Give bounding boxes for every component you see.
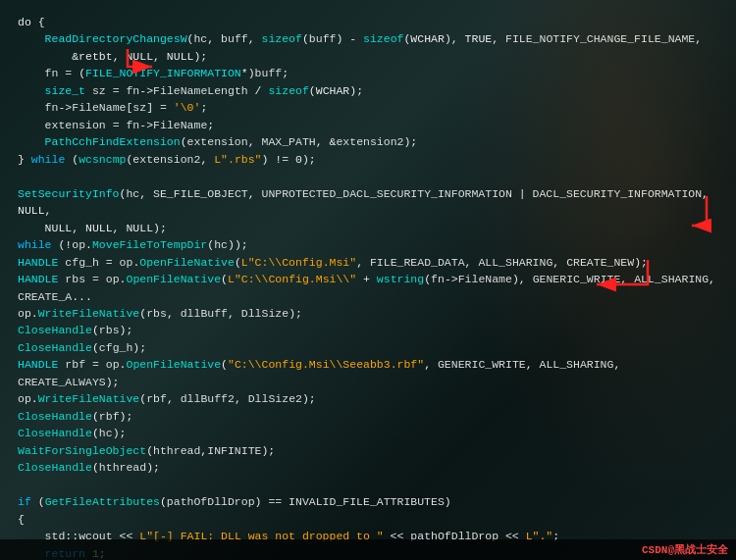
bottom-bar: CSDN@黑战士安全 — [0, 539, 736, 560]
code-block: do { ReadDirectoryChangesW(hc, buff, siz… — [10, 8, 726, 560]
watermark-text: CSDN@黑战士安全 — [642, 542, 728, 557]
code-area: do { ReadDirectoryChangesW(hc, buff, siz… — [0, 0, 736, 560]
main-container: do { ReadDirectoryChangesW(hc, buff, siz… — [0, 0, 736, 560]
